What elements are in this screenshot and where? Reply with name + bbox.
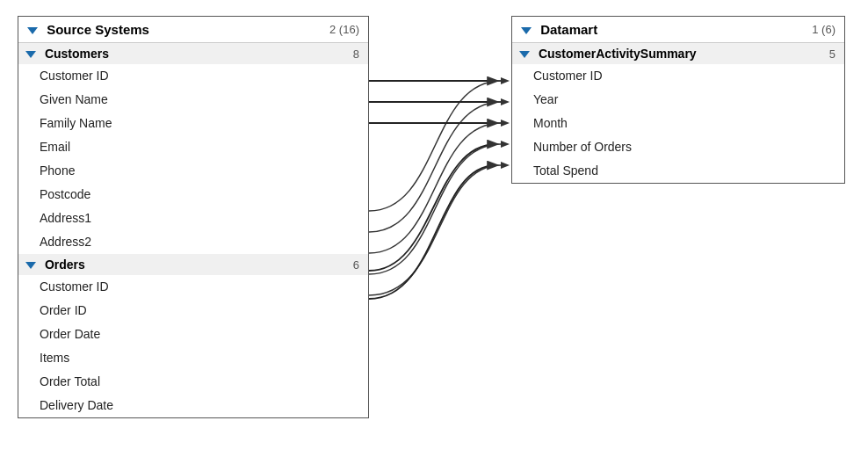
field-delivery-date: Delivery Date bbox=[18, 394, 368, 417]
svg-marker-3 bbox=[501, 141, 510, 148]
field-phone: Phone bbox=[18, 159, 368, 183]
collapse-cas-icon[interactable] bbox=[519, 51, 530, 58]
datamart-header: Datamart 1 (6) bbox=[512, 17, 844, 43]
dm-field-number-of-orders: Number of Orders bbox=[512, 135, 844, 159]
svg-marker-4 bbox=[501, 162, 510, 169]
field-family-name: Family Name bbox=[18, 112, 368, 135]
dm-field-month: Month bbox=[512, 112, 844, 135]
cas-group-label: CustomerActivitySummary bbox=[539, 47, 697, 61]
orders-group-label: Orders bbox=[45, 258, 85, 272]
dm-field-customer-id: Customer ID bbox=[512, 64, 844, 88]
source-systems-header: Source Systems 2 (16) bbox=[18, 17, 368, 43]
field-email: Email bbox=[18, 135, 368, 159]
field-order-id: Order ID bbox=[18, 299, 368, 323]
customers-count: 8 bbox=[353, 47, 359, 61]
field-address1: Address1 bbox=[18, 207, 368, 230]
field-customer-id-1: Customer ID bbox=[18, 64, 368, 88]
datamart-title: Datamart bbox=[540, 22, 597, 37]
collapse-datamart-icon[interactable] bbox=[521, 27, 532, 34]
field-order-date: Order Date bbox=[18, 323, 368, 346]
canvas: Source Systems 2 (16) Customers 8 Custom… bbox=[0, 0, 868, 457]
field-order-total: Order Total bbox=[18, 370, 368, 394]
datamart-panel: Datamart 1 (6) CustomerActivitySummary 5… bbox=[511, 16, 845, 184]
cas-group-row[interactable]: CustomerActivitySummary 5 bbox=[512, 43, 844, 64]
orders-group-row[interactable]: Orders 6 bbox=[18, 254, 368, 275]
field-postcode: Postcode bbox=[18, 183, 368, 207]
dm-field-total-spend: Total Spend bbox=[512, 159, 844, 183]
dm-field-year: Year bbox=[512, 88, 844, 112]
source-systems-panel: Source Systems 2 (16) Customers 8 Custom… bbox=[18, 16, 369, 418]
field-given-name: Given Name bbox=[18, 88, 368, 112]
orders-count: 6 bbox=[353, 258, 359, 272]
svg-marker-2 bbox=[501, 120, 510, 127]
svg-marker-0 bbox=[501, 77, 510, 84]
field-items: Items bbox=[18, 346, 368, 370]
customers-group-row[interactable]: Customers 8 bbox=[18, 43, 368, 64]
svg-marker-1 bbox=[501, 98, 510, 105]
cas-count: 5 bbox=[829, 47, 835, 61]
collapse-source-icon[interactable] bbox=[27, 27, 38, 34]
collapse-customers-icon[interactable] bbox=[25, 51, 36, 58]
collapse-orders-icon[interactable] bbox=[25, 262, 36, 269]
customers-group-label: Customers bbox=[45, 47, 109, 61]
source-systems-title: Source Systems bbox=[47, 22, 149, 37]
field-customer-id-2: Customer ID bbox=[18, 275, 368, 299]
field-address2: Address2 bbox=[18, 230, 368, 254]
source-systems-count: 2 (16) bbox=[329, 23, 359, 36]
datamart-count: 1 (6) bbox=[812, 23, 835, 36]
